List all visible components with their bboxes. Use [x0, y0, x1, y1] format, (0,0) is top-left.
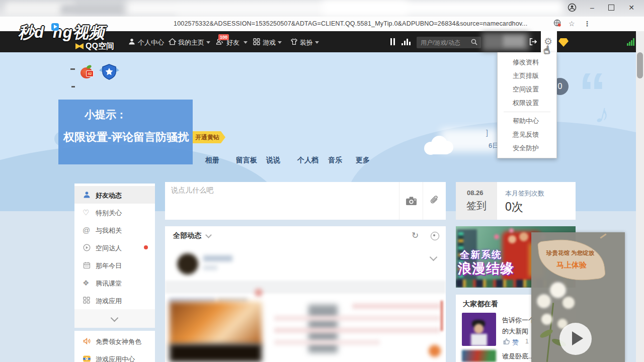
browser-profile-icon[interactable]: [565, 1, 580, 14]
minimize-button[interactable]: –: [585, 1, 600, 14]
sidebar-panel: 好友动态 ♡ 特别关心 @ 与我相关 空间达人 那年今日 ❖ 腾讯课堂 游戏应用: [74, 184, 155, 328]
post-photo-dark-blurred: [170, 344, 262, 362]
nav-dress-up[interactable]: 装扮: [300, 38, 313, 47]
page-info-icon[interactable]: [553, 19, 561, 28]
tab-message-board[interactable]: 留言板: [236, 156, 257, 165]
menu-item-help-center[interactable]: 帮助中心: [498, 114, 556, 128]
sidebar-item-space-stars[interactable]: 空间达人: [74, 239, 155, 256]
sidebar-item-free-goddess-role[interactable]: 免费领女神角色: [74, 332, 155, 350]
tip-box: 小提示： 权限设置-评论留言防骚扰: [58, 100, 193, 164]
nav-friends[interactable]: 好友: [226, 38, 239, 47]
winged-badge-icon: [99, 63, 120, 80]
scrollbar-thumb[interactable]: [637, 52, 643, 78]
menu-divider: [504, 112, 550, 112]
overlay-ad-line1: 珍贵花馆 为您绽放: [546, 249, 594, 257]
tab-albums[interactable]: 相册: [205, 156, 219, 165]
watching-item-1-like[interactable]: 赞: [512, 338, 519, 347]
tab-shuoshuo[interactable]: 说说: [266, 156, 280, 165]
sidebar-item-friend-feed[interactable]: 好友动态: [74, 186, 155, 204]
composer-input[interactable]: [170, 185, 398, 217]
watching-item-1-line1[interactable]: 告诉你一个: [502, 316, 535, 325]
page-scrollbar[interactable]: [636, 31, 644, 362]
sidebar-item-special-care[interactable]: ♡ 特别关心: [74, 204, 155, 221]
nav-personal-center[interactable]: 个人中心: [138, 38, 164, 47]
feed-filter-label[interactable]: 全部动态: [173, 231, 201, 240]
maximize-button[interactable]: [604, 1, 619, 14]
sidebar-item-about-me[interactable]: @ 与我相关: [74, 221, 155, 239]
watermark-subtext: QQ空间: [86, 41, 114, 52]
nav-games[interactable]: 游戏: [263, 38, 276, 47]
play-icon: [572, 331, 583, 345]
menu-item-homepage-layout[interactable]: 主页排版: [498, 69, 556, 82]
navbar-search: [417, 37, 481, 48]
close-button[interactable]: ✕: [624, 1, 639, 14]
megaphone-icon: [83, 337, 91, 345]
bookmark-star-icon[interactable]: ☆: [569, 20, 575, 28]
open-yellow-diamond-button[interactable]: 开通黄钻: [193, 131, 225, 143]
post-photo-blurred: [170, 302, 262, 345]
signal-bars-icon: [627, 37, 636, 46]
post-menu-chevron[interactable]: [430, 253, 438, 261]
paperclip-icon: [429, 195, 440, 208]
menu-item-permission-settings[interactable]: 权限设置: [498, 96, 556, 110]
post-line-blurred: [274, 328, 440, 333]
feed-settings-icon[interactable]: [431, 232, 439, 240]
chevron-down-icon: [244, 41, 248, 44]
watching-item-2-thumb[interactable]: [462, 350, 496, 362]
sidebar-expand-button[interactable]: [74, 309, 155, 328]
watching-item-1-line2[interactable]: 的大新闻: [502, 327, 528, 336]
sidebar-item-tencent-classroom[interactable]: ❖ 腾讯课堂: [74, 274, 155, 292]
ad-face-blurred: [519, 232, 528, 241]
composer-link-cell[interactable]: [423, 182, 446, 220]
checkin-date-cell[interactable]: 08.26 签到: [456, 182, 497, 220]
flower: [537, 295, 550, 308]
sidebar-item-game-app-center[interactable]: 游戏应用中心: [74, 350, 155, 362]
chevron-down-icon: [315, 41, 319, 44]
search-icon[interactable]: [470, 38, 478, 48]
composer-photo-cell[interactable]: [399, 182, 423, 220]
bracket-fragment: ]: [486, 129, 488, 137]
menu-item-edit-profile[interactable]: 修改资料: [498, 55, 556, 69]
watching-item-2-line1[interactable]: 谁是卧底..: [502, 352, 532, 361]
post-author-blurred: [203, 255, 232, 261]
checkin-date: 08.26: [467, 189, 484, 197]
url-text[interactable]: 1002575332&ADSESSION=1535250507&ADTAG=CL…: [174, 20, 527, 27]
post-red-line-blurred: [441, 301, 443, 331]
menu-item-security[interactable]: 安全防护: [498, 141, 556, 155]
sidebar-item-game-apps[interactable]: 游戏应用: [74, 292, 155, 309]
yellow-diamond-icon[interactable]: [558, 38, 569, 47]
settings-dropdown-menu: 修改资料 主页排版 空间设置 权限设置 帮助中心 意见反馈 安全防护: [497, 52, 557, 158]
tab-personal-file[interactable]: 个人档: [297, 156, 318, 165]
friend-feed-icon: [83, 191, 91, 199]
watching-item-1-thumb[interactable]: [462, 313, 496, 346]
checkin-stats-cell: 本月签到次数 0次: [497, 182, 576, 220]
qzone-screenshot: – ✕ 1002575332&ADSESSION=1535250507&ADTA…: [0, 0, 644, 362]
nav-my-home[interactable]: 我的主页: [178, 38, 204, 47]
chevron-down-icon: [111, 314, 119, 322]
browser-menu-icon[interactable]: ⋮: [584, 20, 591, 28]
dash-decoration: [70, 68, 75, 70]
sidebar-item-that-year-today[interactable]: 那年今日: [74, 256, 155, 274]
video-play-button[interactable]: [559, 323, 592, 355]
post-band-blurred: [165, 281, 446, 294]
post-time-blurred: [203, 265, 217, 270]
search-input[interactable]: [420, 38, 469, 48]
flower-leaf: [539, 328, 554, 339]
thumb-up-icon[interactable]: [503, 338, 510, 347]
avatar[interactable]: [177, 253, 198, 275]
apple-icon: 42: [80, 65, 95, 79]
tab-music[interactable]: 音乐: [328, 156, 342, 165]
floating-ad-overlay[interactable]: 珍贵花馆 为您绽放 马上体验: [531, 232, 625, 362]
refresh-icon[interactable]: ↻: [412, 230, 419, 241]
ad-heart: [494, 234, 499, 239]
logout-icon[interactable]: [528, 37, 538, 48]
music-pause-icon[interactable]: [390, 38, 395, 47]
cloud-decoration: [424, 135, 454, 155]
menu-item-feedback[interactable]: 意见反馈: [498, 128, 556, 141]
post-line-blurred: [274, 340, 380, 345]
flower: [541, 314, 552, 325]
menu-item-space-settings[interactable]: 空间设置: [498, 82, 556, 96]
overlay-ad-line2[interactable]: 马上体验: [556, 260, 587, 270]
dress-up-shirt-icon: [290, 38, 298, 48]
tab-more[interactable]: 更多: [356, 156, 370, 165]
